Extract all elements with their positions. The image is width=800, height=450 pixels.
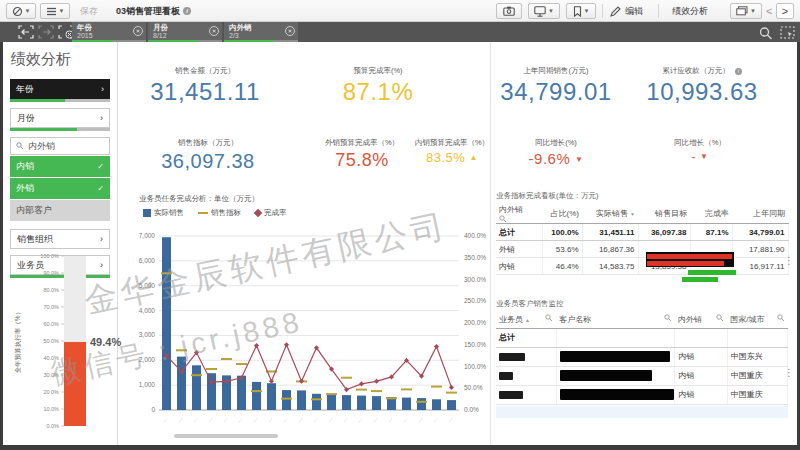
channel-cell[interactable]: 内销 [675,347,727,366]
selection-chip-年份[interactable]: 年份2015✕ [72,22,146,42]
table1-row-外销[interactable]: 外销53.6%16,867.3617,881.90 [496,241,788,258]
bar-actual-sales[interactable] [312,394,321,410]
filter-option-外销[interactable]: 外销✓ [10,178,110,199]
line-point[interactable] [284,342,289,347]
filter-box-月份[interactable]: 月份› [10,108,110,128]
channel-cell[interactable]: 内销 [675,385,727,404]
line-point[interactable] [269,379,274,384]
info-icon[interactable]: i [183,7,191,15]
step-back-icon[interactable] [18,25,34,39]
customer-cell[interactable] [556,347,675,366]
line-point[interactable] [434,344,439,349]
salesperson-combo-chart[interactable]: 业务员任务完成分析：单位（万元） 实际销售销售指标完成率 01,0002,000… [129,192,497,444]
table1-header-销售目标[interactable]: 销售目标 [638,204,690,224]
legend-item-完成率[interactable]: 完成率 [255,208,287,218]
bar-actual-sales[interactable] [327,394,336,410]
selection-chip-内外销[interactable]: 内外销2/3✕ [224,22,298,42]
chip-close-icon[interactable]: ✕ [209,26,219,36]
table1-cell[interactable]: 16,917.11 [732,258,788,275]
table1-row-总计[interactable]: 总计100.0%31,451.1136,097.3887.1%34,799.01 [496,224,788,241]
table2-header-国家/城市[interactable]: 国家/城市 [727,312,787,328]
line-point[interactable] [374,379,379,384]
bar-actual-sales[interactable] [237,376,246,410]
gauge-fill-bar[interactable] [64,342,86,426]
bar-actual-sales[interactable] [357,396,366,410]
table1-cell[interactable]: 34,799.01 [732,224,788,241]
table1-cell[interactable]: 外销 [496,241,542,258]
city-cell[interactable]: 中国东兴 [727,347,787,366]
table1-cell[interactable]: 内销 [496,258,542,275]
sheet-list-button[interactable]: ▼ [730,3,762,19]
search-icon[interactable] [758,26,774,40]
table1-row-内销[interactable]: 内销46.4%14,583.7513,859.3816,917.11 [496,258,788,275]
bar-actual-sales[interactable] [252,382,261,410]
bar-actual-sales[interactable] [372,396,381,410]
bar-actual-sales[interactable] [297,390,306,410]
table2-row[interactable]: 内销中国东兴 [496,347,788,366]
table2-header-业务员[interactable]: 业务员▲ [496,312,556,328]
budget-gauge-chart[interactable]: 全年预算执行率（%）0.0%10.0%20.0%30.0%40.0%50.0%6… [4,246,124,444]
table2-header-客户名称[interactable]: 客户名称 [556,312,675,328]
channel-cell[interactable] [675,328,727,347]
bar-actual-sales[interactable] [417,398,426,410]
filter-option-内部客户[interactable]: 内部客户 [10,200,110,221]
channel-cell[interactable]: 内销 [675,366,727,385]
city-cell[interactable] [727,328,787,347]
legend-item-实际销售[interactable]: 实际销售 [143,208,184,218]
selection-tool-icon[interactable] [780,26,796,40]
bar-actual-sales[interactable] [282,390,291,410]
bar-actual-sales[interactable] [177,357,186,410]
table2-row[interactable]: 总计 [496,328,788,347]
legend-item-销售指标[interactable]: 销售指标 [198,208,241,218]
bar-actual-sales[interactable] [207,373,216,410]
line-point[interactable] [299,379,304,384]
next-sheet-button[interactable]: > [776,3,794,19]
step-forward-icon[interactable] [38,25,54,39]
rep-cell[interactable] [496,366,556,385]
chip-close-icon[interactable]: ✕ [133,26,143,36]
table1-cell[interactable]: 53.6% [542,241,582,258]
list-menu-button[interactable]: ▼ [40,3,70,19]
bar-actual-sales[interactable] [342,395,351,410]
line-point[interactable] [254,343,259,348]
bar-actual-sales[interactable] [432,399,441,410]
bar-actual-sales[interactable] [192,365,201,410]
table1-cell[interactable]: 16,867.36 [582,241,638,258]
customer-cell[interactable] [556,366,675,385]
kebab-icon[interactable]: ⋮ [784,256,794,266]
chart-horizontal-scrollbar[interactable] [174,434,278,438]
customer-cell[interactable] [556,328,675,347]
bar-actual-sales[interactable] [447,400,456,410]
table1-cell[interactable]: 87.1% [690,224,732,241]
bookmark-button[interactable]: ▼ [566,3,596,19]
save-button[interactable]: 保存 [80,0,98,22]
city-cell[interactable]: 中国重庆 [727,366,787,385]
info-icon[interactable]: i [735,68,742,75]
snapshot-button[interactable] [496,3,522,19]
bar-actual-sales[interactable] [162,237,171,410]
selection-chip-月份[interactable]: 月份8/12✕ [148,22,222,42]
table1-header-内外销[interactable]: 内外销 [496,204,542,224]
table1-cell[interactable]: 14,583.75 [582,258,638,275]
rep-cell[interactable]: 总计 [496,328,556,347]
table1-cell[interactable]: 36,097.38 [638,224,690,241]
filter-search-box-内外销[interactable]: 内外销 [10,137,110,155]
bar-actual-sales[interactable] [267,383,276,410]
global-menu-button[interactable]: ▼ [6,3,36,19]
rep-cell[interactable] [496,385,556,404]
table2-header-内外销[interactable]: 内外销 [675,312,727,328]
chip-close-icon[interactable]: ✕ [285,26,295,36]
table1-cell[interactable]: 100.0% [542,224,582,241]
table1-cell[interactable]: 总计 [496,224,542,241]
table1-header-实际销售[interactable]: 实际销售▼ [582,204,638,224]
table1-cell[interactable]: 17,881.90 [732,241,788,258]
table1-header-占比(%)[interactable]: 占比(%) [542,204,582,224]
filter-box-年份[interactable]: 年份› [10,79,110,99]
table2-row[interactable]: 内销中国重庆 [496,366,788,385]
table1-cell[interactable]: 31,451.11 [582,224,638,241]
table1-header-完成率[interactable]: 完成率 [690,204,732,224]
rep-cell[interactable] [496,347,556,366]
customer-cell[interactable] [556,385,675,404]
edit-button[interactable]: 编辑 [610,0,643,22]
line-point[interactable] [359,381,364,386]
